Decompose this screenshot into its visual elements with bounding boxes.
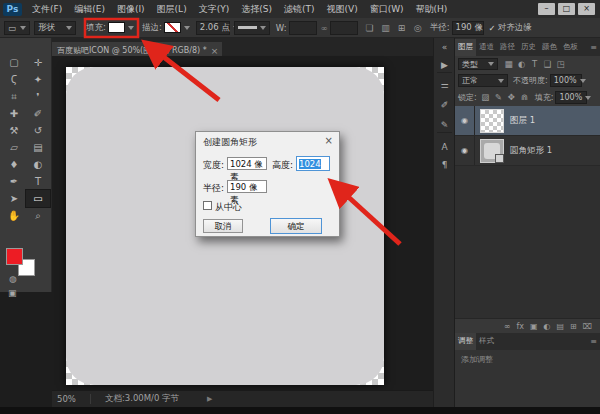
tab-adjustments[interactable]: 调整 bbox=[455, 333, 476, 350]
character-panel-icon[interactable]: A bbox=[437, 140, 452, 154]
new-layer-icon[interactable]: ⊞ bbox=[570, 322, 577, 331]
menu-help[interactable]: 帮助(H) bbox=[410, 0, 454, 18]
path-operations-icon[interactable]: ❏ bbox=[364, 23, 376, 33]
eyedropper-tool[interactable]: ❜ bbox=[26, 88, 50, 105]
menu-layer[interactable]: 图层(L) bbox=[151, 0, 193, 18]
brush-panel-icon[interactable]: ✐ bbox=[437, 98, 452, 112]
zoom-level[interactable]: 50% bbox=[57, 394, 76, 404]
path-alignment-icon[interactable]: ▥ bbox=[380, 23, 392, 33]
tab-styles[interactable]: 样式 bbox=[476, 333, 497, 350]
minimize-button[interactable]: – bbox=[538, 3, 555, 15]
check-icon[interactable]: ✓ bbox=[489, 23, 496, 33]
opacity-field[interactable]: 100% bbox=[550, 74, 582, 87]
tab-close-icon[interactable]: × bbox=[211, 46, 219, 56]
layer-row-1[interactable]: ◉ 图层 1 bbox=[455, 106, 600, 136]
tab-history[interactable]: 历史 bbox=[518, 39, 539, 56]
collapse-panels-icon[interactable]: « bbox=[437, 40, 452, 54]
brush-presets-panel-icon[interactable]: ✎ bbox=[437, 118, 452, 133]
close-button[interactable]: × bbox=[578, 3, 595, 15]
clone-source-panel-icon[interactable]: ⚌ bbox=[437, 78, 452, 92]
zoom-tool[interactable]: ⌕ bbox=[26, 207, 50, 224]
tab-layers[interactable]: 图层 bbox=[455, 39, 476, 56]
clone-stamp-tool[interactable]: ⚒ bbox=[2, 122, 26, 139]
dialog-close-icon[interactable]: × bbox=[325, 135, 333, 146]
height-field[interactable]: 1024 bbox=[296, 156, 330, 171]
geometry-options-icon[interactable]: ◎ bbox=[412, 23, 424, 33]
crop-tool[interactable]: ⌗ bbox=[2, 88, 26, 105]
layer-group-icon[interactable]: ▤ bbox=[557, 322, 565, 331]
quick-selection-tool[interactable]: ✦ bbox=[26, 71, 50, 88]
eraser-tool[interactable]: ▱ bbox=[2, 139, 26, 156]
move-tool[interactable]: ✛ bbox=[26, 54, 50, 71]
menu-select[interactable]: 选择(S) bbox=[235, 0, 278, 18]
tab-color[interactable]: 颜色 bbox=[539, 39, 560, 56]
gradient-tool[interactable]: ▤ bbox=[26, 139, 50, 156]
menu-edit[interactable]: 编辑(E) bbox=[68, 0, 111, 18]
maximize-button[interactable]: □ bbox=[558, 3, 575, 15]
layer-mask-icon[interactable]: ▣ bbox=[530, 322, 538, 331]
tab-swatches[interactable]: 色板 bbox=[560, 39, 581, 56]
rectangular-marquee-tool[interactable]: ▢ bbox=[2, 54, 26, 71]
lasso-tool[interactable]: Ϛ bbox=[2, 71, 26, 88]
brush-tool[interactable]: ✐ bbox=[26, 105, 50, 122]
screen-mode-icon[interactable]: ▣ bbox=[8, 288, 17, 298]
status-menu-arrow-icon[interactable]: ▶ bbox=[207, 395, 212, 403]
panel-menu-icon[interactable]: ≡ bbox=[590, 43, 597, 56]
filter-image-icon[interactable]: ▦ bbox=[502, 58, 515, 71]
lock-all-icon[interactable]: ⋒ bbox=[518, 91, 531, 104]
path-selection-tool[interactable]: ➤ bbox=[2, 190, 26, 207]
tool-mode-dropdown[interactable]: 形状 bbox=[34, 21, 76, 35]
layer-name[interactable]: 图层 1 bbox=[510, 115, 535, 127]
delete-layer-icon[interactable]: ⌧ bbox=[583, 322, 592, 331]
history-brush-tool[interactable]: ↺ bbox=[26, 122, 50, 139]
type-tool[interactable]: T bbox=[26, 173, 50, 190]
stroke-swatch[interactable] bbox=[164, 22, 190, 33]
layer-name[interactable]: 圆角矩形 1 bbox=[510, 145, 552, 157]
path-arrangement-icon[interactable]: ⊞ bbox=[396, 23, 408, 33]
stroke-width-field[interactable]: 2.06 点 bbox=[196, 21, 230, 35]
width-field[interactable]: 1024 像素 bbox=[227, 157, 267, 170]
align-edges-label[interactable]: 对齐边缘 bbox=[498, 22, 532, 34]
pen-tool[interactable]: ✒ bbox=[2, 173, 26, 190]
hand-tool[interactable]: ✋ bbox=[2, 207, 26, 224]
layer-style-icon[interactable]: fx bbox=[516, 322, 524, 331]
blur-tool[interactable]: ♦ bbox=[2, 156, 26, 173]
visibility-eye-icon[interactable]: ◉ bbox=[455, 136, 475, 165]
actions-panel-icon[interactable]: ▶ bbox=[437, 58, 452, 73]
link-layers-icon[interactable]: ∞ bbox=[504, 322, 511, 331]
filter-shape-icon[interactable]: ❑ bbox=[541, 58, 554, 71]
shape-width-field[interactable] bbox=[289, 21, 317, 35]
spot-healing-brush-tool[interactable]: ✚ bbox=[2, 105, 26, 122]
filter-adjustment-icon[interactable]: ◐ bbox=[515, 58, 528, 71]
rounded-rectangle-tool[interactable]: ▭ bbox=[26, 190, 50, 207]
filter-kind-dropdown[interactable]: 类型 bbox=[458, 58, 498, 70]
lock-transparency-icon[interactable]: ▨ bbox=[479, 91, 492, 104]
fill-field[interactable]: 100% bbox=[555, 91, 587, 104]
tool-preset-dropdown[interactable]: ▭ bbox=[4, 21, 30, 35]
tab-channels[interactable]: 通道 bbox=[476, 39, 497, 56]
lock-pixels-icon[interactable]: ✎ bbox=[492, 91, 505, 104]
menu-filter[interactable]: 滤镜(T) bbox=[278, 0, 321, 18]
fill-swatch[interactable] bbox=[108, 22, 134, 33]
ok-button[interactable]: 确定 bbox=[270, 218, 322, 234]
lock-position-icon[interactable]: ✥ bbox=[505, 91, 518, 104]
shape-height-field[interactable] bbox=[330, 21, 358, 35]
menu-type[interactable]: 文字(Y) bbox=[193, 0, 236, 18]
layer-thumbnail[interactable] bbox=[480, 109, 504, 133]
radius-field[interactable]: 190 像 bbox=[452, 21, 484, 35]
menu-window[interactable]: 窗口(W) bbox=[364, 0, 410, 18]
menu-image[interactable]: 图像(I) bbox=[111, 0, 151, 18]
chain-link-icon[interactable]: ∞ bbox=[321, 23, 328, 33]
filter-smart-object-icon[interactable]: ◳ bbox=[554, 58, 567, 71]
paragraph-panel-icon[interactable]: ¶ bbox=[437, 158, 452, 172]
quick-mask-icon[interactable]: ◍ bbox=[9, 274, 17, 284]
cancel-button[interactable]: 取消 bbox=[203, 219, 243, 233]
adjustment-layer-icon[interactable]: ◐ bbox=[544, 322, 551, 331]
visibility-eye-icon[interactable]: ◉ bbox=[455, 106, 475, 135]
menu-file[interactable]: 文件(F) bbox=[26, 0, 68, 18]
panel-menu-icon[interactable]: ≡ bbox=[590, 337, 597, 350]
radius-field[interactable]: 190 像素 bbox=[227, 180, 267, 193]
from-center-checkbox[interactable] bbox=[203, 201, 212, 210]
tab-paths[interactable]: 路径 bbox=[497, 39, 518, 56]
dodge-tool[interactable]: ◐ bbox=[26, 156, 50, 173]
